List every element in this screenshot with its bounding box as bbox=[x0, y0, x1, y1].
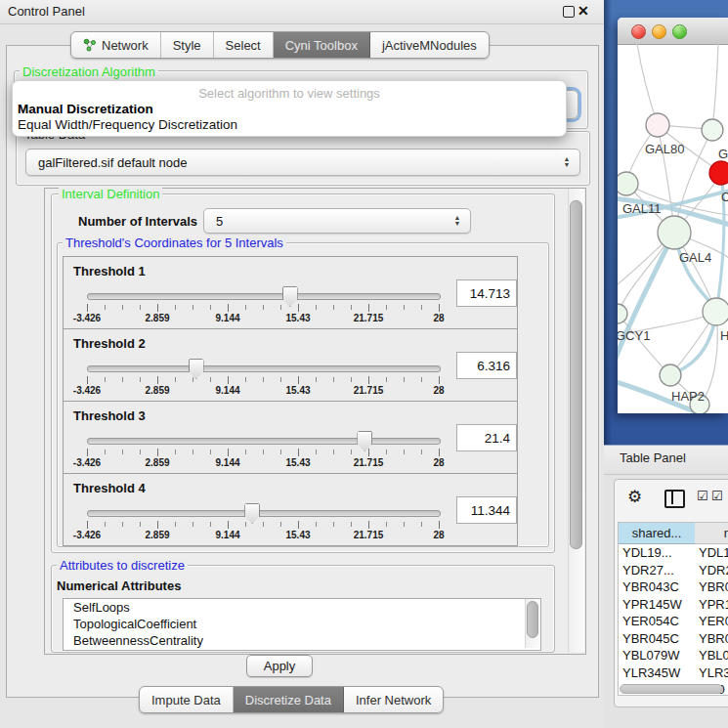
slider-ticks bbox=[87, 377, 439, 382]
slider-track[interactable] bbox=[87, 510, 441, 517]
threshold-1-slider[interactable]: -3.426 2.859 9.144 15.43 21.715 28 bbox=[87, 257, 439, 328]
tab-infer-network[interactable]: Infer Network bbox=[344, 687, 443, 712]
tick-label: 2.859 bbox=[145, 313, 169, 323]
list-item[interactable]: TopologicalCoefficient bbox=[64, 616, 540, 632]
node-gcy1[interactable] bbox=[618, 304, 627, 323]
threshold-2-value-field[interactable]: 6.316 bbox=[456, 352, 517, 379]
control-panel-title: Control Panel bbox=[8, 4, 85, 19]
table-row[interactable]: YER054CYER0 bbox=[619, 613, 728, 630]
list-item[interactable]: BetweennessCentrality bbox=[64, 632, 540, 649]
tick-label: 2.859 bbox=[145, 530, 169, 540]
node-green[interactable] bbox=[702, 119, 723, 141]
table-row[interactable]: YLR345WYLR3 bbox=[619, 664, 728, 682]
threshold-1-slider-thumb[interactable] bbox=[282, 286, 298, 307]
tab-discretize-data[interactable]: Discretize Data bbox=[234, 687, 344, 712]
threshold-2-slider[interactable]: -3.426 2.859 9.144 15.43 21.715 28 bbox=[87, 329, 439, 401]
tab-network[interactable]: Network bbox=[71, 32, 161, 58]
apply-button[interactable]: Apply bbox=[246, 655, 313, 677]
table-row[interactable]: YBL079WYBL0 bbox=[619, 647, 728, 664]
tick-label: 28 bbox=[433, 313, 444, 323]
slider-track[interactable] bbox=[87, 365, 441, 372]
threshold-3-slider[interactable]: -3.426 2.859 9.144 15.43 21.715 28 bbox=[87, 402, 439, 473]
node-red-selected[interactable] bbox=[709, 161, 728, 185]
table-panel-title: Table Panel bbox=[620, 450, 686, 465]
tick-label: 15.43 bbox=[285, 457, 310, 468]
algorithm-dropdown-popup: Select algorithm to view settings Manual… bbox=[12, 80, 567, 137]
popup-option-equal-width-frequency[interactable]: Equal Width/Frequency Discretization bbox=[18, 117, 237, 132]
table-row[interactable]: YDR27...YDR2 bbox=[619, 562, 728, 579]
gear-icon[interactable]: ⚙ bbox=[627, 487, 642, 507]
checkbox-icon[interactable]: ☑ bbox=[711, 489, 723, 503]
threshold-3-value-field[interactable]: 21.4 bbox=[456, 424, 517, 451]
popup-option-manual-discretization[interactable]: Manual Discretization bbox=[18, 102, 153, 116]
slider-ticks bbox=[87, 305, 439, 310]
close-icon[interactable]: ✕ bbox=[578, 3, 589, 19]
tab-impute-data-label: Impute Data bbox=[151, 693, 221, 707]
list-scrollbar-thumb[interactable] bbox=[527, 601, 538, 638]
control-panel-window: Control Panel ✕ Network Style bbox=[0, 0, 605, 728]
table-data-select[interactable]: galFiltered.sif default node ▲▼ bbox=[25, 149, 580, 176]
network-view-window: GAL80 GA C GAL11 GAL4 GCY1 H HAP2 bbox=[618, 18, 728, 413]
mac-minimize-button[interactable] bbox=[652, 24, 666, 39]
table-row[interactable]: YDL19...YDL1 bbox=[619, 544, 728, 562]
vertical-scrollbar-thumb[interactable] bbox=[570, 200, 582, 549]
interval-definition-title: Interval Definition bbox=[59, 188, 162, 200]
mac-close-button[interactable] bbox=[631, 24, 646, 39]
tick-label: 2.859 bbox=[145, 385, 169, 396]
table-horizontal-scrollbar-thumb[interactable] bbox=[620, 684, 723, 694]
network-graph-canvas[interactable]: GAL80 GA C GAL11 GAL4 GCY1 H HAP2 bbox=[618, 44, 728, 413]
node-hap2[interactable] bbox=[660, 364, 681, 386]
tick-label: -3.426 bbox=[73, 530, 101, 540]
node-attribute-table: shared... name YDL19...YDL1 YDR27...YDR2… bbox=[618, 522, 728, 696]
node-label: C bbox=[721, 190, 728, 204]
control-panel-titlebar[interactable]: Control Panel ✕ bbox=[0, 0, 604, 24]
tab-cyni-toolbox-label: Cyni Toolbox bbox=[285, 38, 358, 53]
threshold-3-panel: Threshold 3 -3.426 2.859 9.144 15.43 21.… bbox=[63, 401, 518, 474]
table-row[interactable]: YPR145WYPR1 bbox=[619, 596, 728, 614]
slider-track[interactable] bbox=[87, 438, 441, 445]
network-window-titlebar[interactable] bbox=[618, 18, 728, 45]
threshold-3-slider-thumb[interactable] bbox=[357, 431, 372, 451]
tab-jactivemnodules-label: jActiveMNodules bbox=[382, 38, 477, 53]
threshold-4-value-field[interactable]: 11.344 bbox=[456, 496, 517, 524]
tick-label: 9.144 bbox=[215, 530, 239, 540]
node-gal11[interactable] bbox=[618, 172, 638, 195]
list-item[interactable]: SelfLoops bbox=[64, 599, 540, 616]
float-window-icon[interactable] bbox=[563, 6, 575, 18]
node-gal4[interactable] bbox=[658, 216, 691, 249]
combo-stepper-icon: ▲▼ bbox=[558, 156, 579, 168]
numerical-attributes-list[interactable]: SelfLoops TopologicalCoefficient Between… bbox=[63, 598, 541, 651]
thresholds-group-title: Threshold's Coordinates for 5 Intervals bbox=[63, 236, 286, 249]
popup-hint: Select algorithm to view settings bbox=[13, 86, 566, 101]
tick-label: 21.715 bbox=[354, 457, 384, 468]
checkbox-icon[interactable]: ☑ bbox=[697, 489, 708, 503]
columns-icon[interactable] bbox=[664, 490, 685, 508]
tab-infer-network-label: Infer Network bbox=[356, 693, 431, 707]
tab-impute-data[interactable]: Impute Data bbox=[140, 687, 234, 712]
numerical-attributes-label: Numerical Attributes bbox=[57, 578, 181, 593]
tab-cyni-toolbox[interactable]: Cyni Toolbox bbox=[274, 32, 370, 58]
threshold-4-slider[interactable]: -3.426 2.859 9.144 15.43 21.715 28 bbox=[87, 474, 439, 545]
node-label: GA bbox=[718, 147, 728, 161]
node-h[interactable] bbox=[703, 298, 728, 325]
mac-zoom-button[interactable] bbox=[672, 24, 687, 39]
tab-jactivemnodules[interactable]: jActiveMNodules bbox=[370, 32, 489, 58]
slider-track[interactable] bbox=[87, 293, 441, 300]
node-label: GAL4 bbox=[679, 250, 711, 265]
tab-style[interactable]: Style bbox=[161, 32, 214, 58]
tick-label: 21.715 bbox=[354, 530, 384, 540]
column-header-shared-name[interactable]: shared... bbox=[619, 523, 696, 544]
threshold-1-value-field[interactable]: 14.713 bbox=[456, 279, 517, 307]
node-gal80[interactable] bbox=[646, 113, 669, 137]
bottom-tab-bar: Impute Data Discretize Data Infer Networ… bbox=[139, 686, 444, 713]
threshold-4-slider-thumb[interactable] bbox=[244, 503, 260, 524]
tab-select[interactable]: Select bbox=[214, 32, 274, 58]
tab-discretize-data-label: Discretize Data bbox=[245, 693, 331, 707]
tick-label: 15.43 bbox=[285, 313, 310, 323]
table-row[interactable]: YBR043CYBR0 bbox=[619, 578, 728, 596]
threshold-2-slider-thumb[interactable] bbox=[189, 359, 204, 379]
top-tab-bar: Network Style Select Cyni Toolbox jActiv… bbox=[70, 31, 490, 59]
number-of-intervals-select[interactable]: 5 ▲▼ bbox=[203, 208, 471, 234]
column-header-name[interactable]: name bbox=[695, 523, 728, 544]
table-row[interactable]: YBR045CYBR0 bbox=[619, 630, 728, 648]
